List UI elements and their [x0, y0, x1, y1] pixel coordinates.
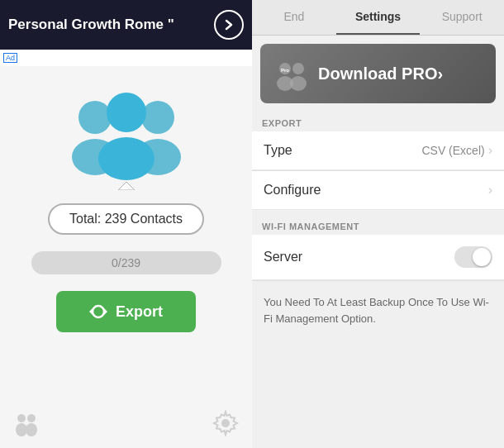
svg-point-10: [27, 414, 36, 422]
settings-icon[interactable]: [212, 410, 239, 436]
gift-icon[interactable]: [13, 408, 43, 438]
svg-point-17: [290, 76, 307, 91]
ad-label: Ad: [3, 53, 17, 63]
total-contacts-badge: Total: 239 Contacts: [48, 203, 204, 235]
bottom-toolbar: [0, 408, 252, 438]
svg-point-12: [26, 423, 37, 436]
configure-row[interactable]: Configure ›: [252, 171, 504, 210]
wifi-info-text: You Need To At Least Backup Once To Use …: [252, 281, 504, 340]
contacts-icon-area: [52, 91, 201, 182]
tab-settings[interactable]: Settings: [336, 0, 421, 35]
svg-point-15: [292, 63, 304, 74]
svg-marker-8: [89, 308, 93, 315]
svg-point-2: [141, 101, 174, 134]
configure-chevron-icon: ›: [488, 183, 492, 198]
server-row[interactable]: Server: [252, 235, 504, 280]
toggle-knob: [473, 248, 491, 266]
progress-bar: 0/239: [31, 251, 221, 274]
svg-point-11: [16, 423, 27, 436]
server-label: Server: [264, 250, 302, 265]
chevron-icon: ›: [488, 143, 492, 158]
download-pro-label: Download PRO›: [318, 64, 443, 83]
tabs-bar: End Settings Support: [252, 0, 504, 36]
download-pro-button[interactable]: Pro Download PRO›: [260, 44, 496, 103]
export-section-label: EXPORT: [252, 112, 504, 131]
left-panel: Personal Growth Rome " Ad Total: 239 Con…: [0, 0, 252, 448]
svg-point-4: [107, 93, 146, 132]
page-title: Personal Growth Rome ": [8, 17, 214, 33]
export-button-label: Export: [116, 303, 163, 321]
left-header: Personal Growth Rome ": [0, 0, 252, 50]
configure-label: Configure: [264, 183, 321, 198]
svg-point-9: [17, 414, 26, 422]
wifi-section-label: WI-FI MANAGEMENT: [252, 215, 504, 235]
sync-icon: [89, 303, 107, 321]
tab-end[interactable]: End: [252, 0, 336, 35]
type-row[interactable]: Type CSV (Excel) ›: [252, 131, 504, 170]
pointer-arrow: [118, 182, 135, 190]
contacts-group-icon: [52, 91, 201, 182]
tab-support[interactable]: Support: [420, 0, 504, 35]
svg-point-13: [221, 419, 230, 427]
server-toggle[interactable]: [454, 246, 492, 268]
export-button[interactable]: Export: [56, 291, 196, 332]
type-label: Type: [264, 143, 292, 158]
type-value: CSV (Excel) ›: [421, 143, 492, 158]
svg-text:Pro: Pro: [281, 68, 289, 73]
pro-icon: Pro: [273, 55, 310, 92]
ad-bar: Ad: [0, 50, 252, 66]
navigate-button[interactable]: [214, 10, 244, 40]
right-panel: End Settings Support Pro Download PRO› E…: [252, 0, 504, 448]
progress-text: 0/239: [112, 256, 140, 269]
svg-point-5: [98, 137, 155, 180]
total-contacts-text: Total: 239 Contacts: [69, 212, 183, 226]
svg-marker-6: [118, 182, 135, 190]
svg-point-0: [78, 101, 112, 134]
